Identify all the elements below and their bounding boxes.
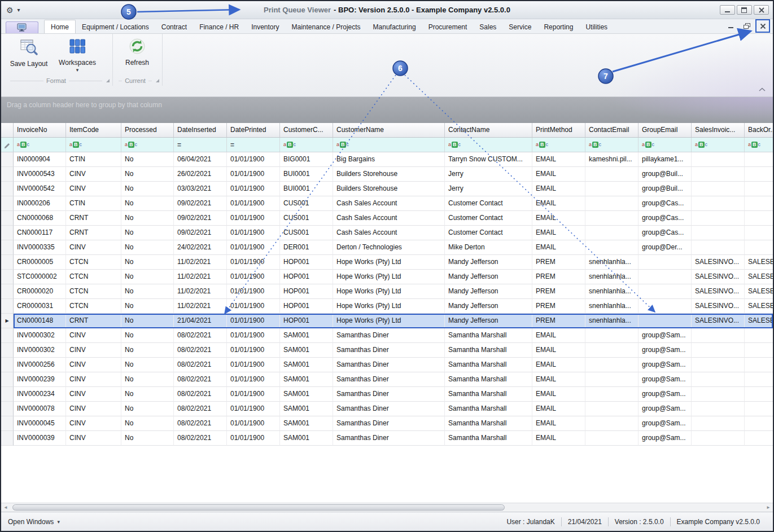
cell-customerName[interactable]: Hope Works (Pty) Ltd	[333, 255, 445, 270]
cell-datePrinted[interactable]: 01/01/1900	[227, 284, 280, 299]
cell-printMethod[interactable]: PREM	[532, 270, 585, 284]
cell-groupEmail[interactable]: group@Der...	[639, 240, 692, 255]
cell-customerCode[interactable]: HOP001	[280, 299, 333, 314]
cell-invoiceNo[interactable]: CR0000005	[14, 255, 66, 270]
column-header-groupEmail[interactable]: GroupEmail	[639, 123, 692, 137]
cell-itemCode[interactable]: CRNT	[66, 314, 121, 328]
tab-utilities[interactable]: Utilities	[579, 20, 614, 33]
cell-datePrinted[interactable]: 01/01/1900	[227, 387, 280, 402]
cell-datePrinted[interactable]: 01/01/1900	[227, 431, 280, 446]
window-minimize-button[interactable]	[720, 5, 735, 15]
filter-cell-invoiceNo[interactable]: aBc	[14, 138, 66, 152]
cell-processed[interactable]: No	[121, 431, 174, 446]
cell-invoiceNo[interactable]: CR0000031	[14, 299, 66, 314]
cell-contactEmail[interactable]: snenhlanhla...	[585, 270, 639, 284]
group-by-panel[interactable]: Drag a column header here to group by th…	[1, 97, 773, 123]
cell-invoiceNo[interactable]: CN0000148	[14, 314, 66, 328]
cell-customerName[interactable]: Samanthas Diner	[333, 387, 445, 402]
horizontal-scrollbar[interactable]: ◄ ►	[1, 503, 773, 512]
cell-printMethod[interactable]: EMAIL	[532, 211, 585, 226]
cell-datePrinted[interactable]: 01/01/1900	[227, 182, 280, 196]
filter-cell-backOrder[interactable]: aBc	[745, 138, 773, 152]
group-dialog-launcher-icon[interactable]	[106, 79, 110, 82]
cell-printMethod[interactable]: PREM	[532, 284, 585, 299]
cell-customerName[interactable]: Samanthas Diner	[333, 431, 445, 446]
cell-backOrder[interactable]	[745, 152, 773, 167]
cell-contactEmail[interactable]	[585, 196, 639, 211]
save-layout-button[interactable]: Save Layout	[5, 34, 53, 76]
cell-datePrinted[interactable]: 01/01/1900	[227, 328, 280, 343]
cell-contactEmail[interactable]	[585, 182, 639, 196]
cell-invoiceNo[interactable]: INV0000543	[14, 167, 66, 182]
grid-row-INV0000239[interactable]: INV0000239CINVNo08/02/202101/01/1900SAM0…	[1, 372, 773, 387]
cell-groupEmail[interactable]	[639, 299, 692, 314]
cell-datePrinted[interactable]: 01/01/1900	[227, 255, 280, 270]
cell-invoiceNo[interactable]: STC0000002	[14, 270, 66, 284]
cell-printMethod[interactable]: EMAIL	[532, 431, 585, 446]
cell-invoiceNo[interactable]: IN0000206	[14, 196, 66, 211]
tab-equipment-locations[interactable]: Equipment / Locations	[76, 20, 155, 33]
cell-invoiceNo[interactable]: CN0000068	[14, 211, 66, 226]
cell-contactName[interactable]: Samantha Marshall	[445, 358, 532, 372]
cell-itemCode[interactable]: CINV	[66, 431, 121, 446]
tab-sales[interactable]: Sales	[473, 20, 502, 33]
cell-customerName[interactable]: Samanthas Diner	[333, 358, 445, 372]
cell-groupEmail[interactable]: group@Sam...	[639, 416, 692, 431]
cell-backOrder[interactable]	[745, 416, 773, 431]
cell-backOrder[interactable]	[745, 402, 773, 416]
cell-contactEmail[interactable]	[585, 387, 639, 402]
cell-contactEmail[interactable]: snenhlanhla...	[585, 299, 639, 314]
cell-salesInvoice[interactable]: SALESINVO...	[692, 299, 745, 314]
cell-printMethod[interactable]: EMAIL	[532, 226, 585, 240]
cell-contactEmail[interactable]	[585, 226, 639, 240]
cell-itemCode[interactable]: CRNT	[66, 226, 121, 240]
cell-itemCode[interactable]: CINV	[66, 402, 121, 416]
cell-groupEmail[interactable]: group@Cas...	[639, 196, 692, 211]
cell-backOrder[interactable]: SALESB...	[745, 314, 773, 328]
filter-cell-contactName[interactable]: aBc	[445, 138, 532, 152]
cell-itemCode[interactable]: CINV	[66, 416, 121, 431]
cell-backOrder[interactable]	[745, 343, 773, 358]
cell-dateInserted[interactable]: 08/02/2021	[174, 328, 227, 343]
cell-dateInserted[interactable]: 09/02/2021	[174, 211, 227, 226]
cell-invoiceNo[interactable]: INV0000335	[14, 240, 66, 255]
cell-datePrinted[interactable]: 01/01/1900	[227, 372, 280, 387]
column-header-dateInserted[interactable]: DateInserted	[174, 123, 227, 137]
cell-printMethod[interactable]: EMAIL	[532, 358, 585, 372]
cell-contactName[interactable]: Mandy Jefferson	[445, 299, 532, 314]
grid-row-CN0000068[interactable]: CN0000068CRNTNo09/02/202101/01/1900CUS00…	[1, 211, 773, 226]
cell-processed[interactable]: No	[121, 152, 174, 167]
cell-printMethod[interactable]: EMAIL	[532, 416, 585, 431]
cell-customerCode[interactable]: SAM001	[280, 372, 333, 387]
grid-row-CR0000031[interactable]: CR0000031CTCNNo11/02/202101/01/1900HOP00…	[1, 299, 773, 314]
cell-groupEmail[interactable]: group@Sam...	[639, 343, 692, 358]
scrollbar-thumb[interactable]	[12, 504, 505, 511]
cell-contactEmail[interactable]	[585, 328, 639, 343]
cell-contactName[interactable]: Mandy Jefferson	[445, 255, 532, 270]
cell-groupEmail[interactable]	[639, 270, 692, 284]
cell-salesInvoice[interactable]: SALESINVO...	[692, 284, 745, 299]
cell-customerCode[interactable]: DER001	[280, 240, 333, 255]
grid-row-STC0000002[interactable]: STC0000002CTCNNo11/02/202101/01/1900HOP0…	[1, 270, 773, 284]
cell-contactName[interactable]: Mandy Jefferson	[445, 314, 532, 328]
window-close-button[interactable]	[754, 5, 769, 15]
grid-row-CR0000020[interactable]: CR0000020CTCNNo11/02/202101/01/1900HOP00…	[1, 284, 773, 299]
cell-contactName[interactable]: Samantha Marshall	[445, 416, 532, 431]
column-header-salesInvoice[interactable]: SalesInvoic...	[692, 123, 745, 137]
grid-row-IN0000904[interactable]: IN0000904CTINNo06/04/202101/01/1900BIG00…	[1, 152, 773, 167]
grid-row-INV0000256[interactable]: INV0000256CINVNo08/02/202101/01/1900SAM0…	[1, 358, 773, 372]
cell-contactEmail[interactable]: snenhlanhla...	[585, 284, 639, 299]
cell-invoiceNo[interactable]: INV0000542	[14, 182, 66, 196]
cell-datePrinted[interactable]: 01/01/1900	[227, 402, 280, 416]
cell-backOrder[interactable]	[745, 240, 773, 255]
tab-manufacturing[interactable]: Manufacturing	[367, 20, 422, 33]
cell-customerCode[interactable]: HOP001	[280, 255, 333, 270]
filter-cell-customerName[interactable]: aBc	[333, 138, 445, 152]
cell-groupEmail[interactable]: group@Sam...	[639, 387, 692, 402]
cell-dateInserted[interactable]: 09/02/2021	[174, 196, 227, 211]
column-header-datePrinted[interactable]: DatePrinted	[227, 123, 280, 137]
cell-itemCode[interactable]: CTCN	[66, 284, 121, 299]
cell-contactEmail[interactable]: snenhlanhla...	[585, 255, 639, 270]
cell-backOrder[interactable]	[745, 167, 773, 182]
grid-row-INV0000543[interactable]: INV0000543CINVNo26/02/202101/01/1900BUI0…	[1, 167, 773, 182]
